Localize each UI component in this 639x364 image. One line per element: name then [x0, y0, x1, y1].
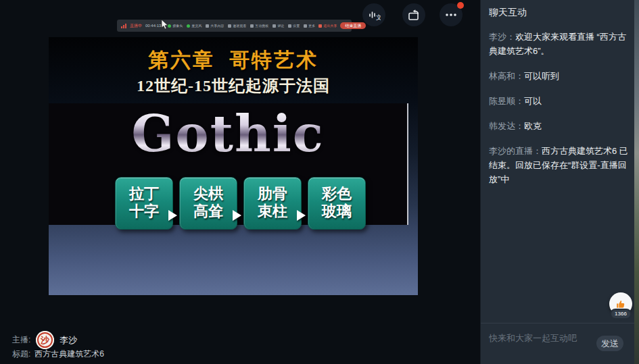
arrow-right-icon	[168, 210, 177, 221]
like-count-badge: 1366	[610, 309, 632, 319]
stream-title-label: 标题:	[12, 348, 30, 360]
toolbar-item[interactable]: 互动面板	[250, 24, 268, 28]
toolbar-item-icon	[250, 24, 254, 28]
chat-input-row: 发送	[481, 323, 635, 364]
chat-message-list: 李沙：欢迎大家来观看直播 “西方古典建筑艺术6”。林高和：可以听到陈昱顺：可以韩…	[489, 30, 630, 197]
keyword-box: 肋骨束柱	[243, 177, 302, 230]
chat-sender: 李沙：	[489, 32, 515, 42]
keyword-box: 彩色玻璃	[308, 177, 366, 230]
more-icon	[444, 8, 458, 22]
toolbar-item[interactable]: 共享内容	[206, 24, 224, 28]
toolbar-item-icon	[228, 24, 231, 28]
toolbar-item[interactable]: 麦克风	[187, 24, 202, 28]
chat-input[interactable]	[489, 331, 590, 344]
toolbar-item-label: 摄像头	[172, 24, 183, 28]
subtitles-translate-icon: 文	[367, 8, 381, 22]
toolbar-item-label: 麦克风	[191, 24, 202, 28]
toolbar-item-icon	[288, 24, 291, 28]
toolbar-item-icon	[273, 24, 276, 28]
chat-sender: 李沙的直播：	[489, 146, 542, 156]
toolbar-item-label: 邀请观看	[233, 24, 246, 28]
live-timer: 00:44:13	[145, 24, 161, 28]
chat-text: 可以听到	[524, 71, 559, 81]
exit-icon	[318, 24, 322, 28]
chat-message: 陈昱顺：可以	[489, 94, 630, 108]
toolbar-item-label: 设置	[293, 24, 300, 28]
stream-title: 西方古典建筑艺术6	[34, 348, 104, 360]
host-role-label: 主播:	[12, 334, 30, 346]
toolbar-items: 摄像头麦克风共享内容邀请观看互动面板评论设置更多	[168, 24, 315, 28]
toolbar-item-icon	[304, 24, 307, 28]
chat-text: 可以	[524, 96, 542, 106]
chat-message: 韩发达：欧克	[489, 119, 630, 133]
chat-message: 李沙的直播：西方古典建筑艺术6 已结束。回放已保存在“群设置-直播回放”中	[489, 144, 630, 186]
svg-text:沙: 沙	[40, 335, 50, 345]
chat-sender: 陈昱顺：	[489, 96, 524, 106]
chat-message: 林高和：可以听到	[489, 69, 630, 83]
live-signal-icon	[121, 24, 126, 28]
live-stream-window: 直播中 00:44:13 摄像头麦克风共享内容邀请观看互动面板评论设置更多 退出…	[0, 0, 639, 364]
toolbar-item-label: 共享内容	[210, 24, 224, 28]
chat-panel-title: 聊天互动	[489, 7, 527, 19]
notification-dot	[457, 2, 464, 9]
toolbar-item[interactable]: 设置	[288, 24, 300, 28]
exit-share-button[interactable]: 退出共享	[318, 24, 337, 28]
host-name: 李沙	[60, 334, 77, 346]
toolbar-item-icon	[206, 24, 209, 28]
chat-sender: 林高和：	[489, 71, 524, 81]
stream-title-row: 标题: 西方古典建筑艺术6	[12, 348, 104, 360]
chat-text: 欧克	[524, 121, 542, 131]
toolbar-item[interactable]: 评论	[273, 24, 284, 28]
arrow-right-icon	[233, 210, 241, 221]
toolbar-item[interactable]: 更多	[304, 24, 315, 28]
end-live-button[interactable]: 结束直播	[340, 22, 366, 29]
host-row: 主播: 沙 李沙	[12, 331, 77, 349]
background-window-sliver	[634, 0, 639, 364]
toolbar-item-label: 互动面板	[255, 24, 268, 28]
arrow-right-icon	[297, 210, 306, 221]
chat-message: 李沙：欢迎大家来观看直播 “西方古典建筑艺术6”。	[489, 30, 630, 58]
chat-panel: 聊天互动 李沙：欢迎大家来观看直播 “西方古典建筑艺术6”。林高和：可以听到陈昱…	[480, 0, 634, 364]
chat-sender: 韩发达：	[489, 121, 524, 131]
subtitles-translate-button[interactable]: 文	[362, 3, 385, 26]
toolbar-item-label: 评论	[277, 24, 284, 28]
presentation-slide: 第六章 哥特艺术 12世纪-15世纪起源于法国 Gothic 拉丁十字尖栱高耸肋…	[49, 37, 418, 295]
keyword-box: 尖栱高耸	[179, 177, 237, 230]
toolbar-item-icon	[187, 24, 190, 28]
keyword-boxes: 拉丁十字尖栱高耸肋骨束柱彩色玻璃	[49, 37, 418, 295]
svg-text:文: 文	[376, 14, 381, 21]
like-widget: 1366	[609, 292, 632, 315]
toolbar-item-label: 更多	[308, 24, 315, 28]
live-status-label: 直播中	[130, 23, 142, 29]
toolbar-item[interactable]: 摄像头	[168, 24, 183, 28]
rotate-screen-button[interactable]	[402, 3, 425, 26]
toolbar-item-icon	[168, 24, 171, 28]
keyword-box: 拉丁十字	[115, 177, 173, 230]
send-button[interactable]: 发送	[596, 336, 623, 351]
toolbar-item[interactable]: 邀请观看	[228, 24, 246, 28]
stage-area: 直播中 00:44:13 摄像头麦克风共享内容邀请观看互动面板评论设置更多 退出…	[0, 0, 480, 364]
mouse-cursor	[161, 20, 168, 32]
exit-share-label: 退出共享	[323, 24, 337, 28]
rotate-screen-icon	[406, 7, 421, 22]
share-toolbar: 直播中 00:44:13 摄像头麦克风共享内容邀请观看互动面板评论设置更多 退出…	[117, 20, 352, 32]
host-avatar: 沙	[36, 331, 54, 349]
